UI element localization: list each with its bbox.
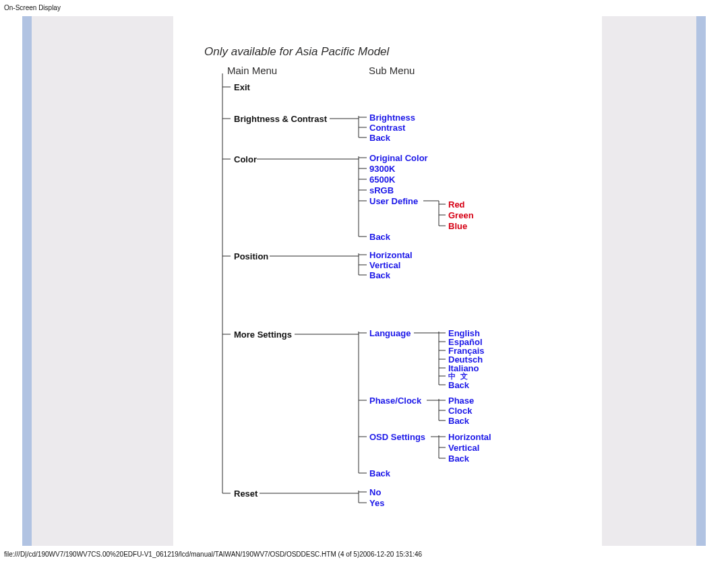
- page-header: On-Screen Display: [4, 4, 61, 11]
- sub-brightness: Brightness: [369, 113, 415, 122]
- lang-back: Back: [448, 381, 469, 389]
- lang-chinese: 中 文: [448, 373, 469, 380]
- main-position: Position: [234, 252, 268, 261]
- col-main-menu: Main Menu: [227, 65, 277, 75]
- sub-srgb: sRGB: [369, 186, 394, 195]
- osd-horizontal: Horizontal: [448, 433, 491, 441]
- sub-pos-vertical: Vertical: [369, 261, 400, 270]
- third-red: Red: [448, 200, 465, 209]
- content-area: Only available for Asia Pacific Model Ma…: [173, 16, 602, 546]
- sub-pos-back: Back: [369, 271, 390, 280]
- main-color: Color: [234, 155, 257, 164]
- sub-osd-settings: OSD Settings: [369, 433, 425, 441]
- main-exit: Exit: [234, 83, 250, 92]
- reset-no: No: [369, 488, 381, 497]
- title-note: Only available for Asia Pacific Model: [204, 46, 389, 57]
- sub-ms-back: Back: [369, 469, 390, 478]
- sub-pos-horizontal: Horizontal: [369, 251, 413, 259]
- osd-back: Back: [448, 454, 469, 463]
- sub-color-back: Back: [369, 232, 390, 241]
- sub-6500k: 6500K: [369, 175, 395, 184]
- sub-bc-back: Back: [369, 133, 390, 142]
- sub-9300k: 9300K: [369, 164, 395, 173]
- sub-phase-clock: Phase/Clock: [369, 396, 421, 405]
- frame-outer: Only available for Asia Pacific Model Ma…: [22, 16, 706, 546]
- tree-lines: [173, 16, 602, 546]
- col-sub-menu: Sub Menu: [369, 65, 415, 75]
- main-reset: Reset: [234, 489, 257, 498]
- sub-original-color: Original Color: [369, 154, 428, 162]
- pc-clock: Clock: [448, 406, 472, 415]
- pc-back: Back: [448, 416, 469, 425]
- sub-language: Language: [369, 329, 411, 338]
- bar-right: [696, 16, 706, 546]
- page-footer: file:///D|/cd/190WV7/190WV7CS.00%20EDFU-…: [4, 551, 422, 558]
- bar-left: [22, 16, 32, 546]
- pc-phase: Phase: [448, 396, 474, 405]
- main-brightness-contrast: Brightness & Contrast: [234, 115, 327, 123]
- osd-vertical: Vertical: [448, 443, 479, 452]
- sub-contrast: Contrast: [369, 123, 405, 132]
- main-more-settings: More Settings: [234, 330, 292, 339]
- reset-yes: Yes: [369, 499, 384, 507]
- page: On-Screen Display file:///D|/cd/190WV7/1…: [0, 0, 728, 562]
- third-blue: Blue: [448, 222, 467, 230]
- diagram: Only available for Asia Pacific Model Ma…: [173, 16, 602, 546]
- third-green: Green: [448, 211, 474, 220]
- sub-user-define: User Define: [369, 197, 418, 206]
